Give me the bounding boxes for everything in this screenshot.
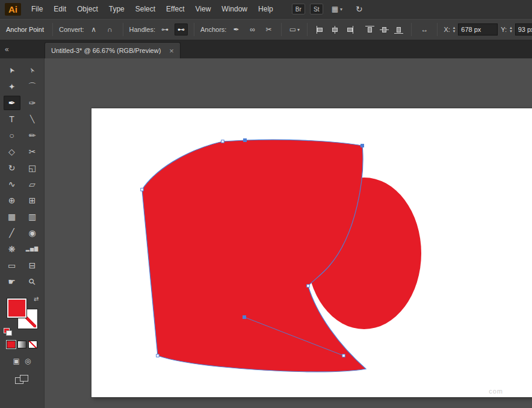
slice-tool[interactable]: ⊟ (24, 258, 41, 273)
stock-button[interactable]: St (310, 4, 323, 14)
align-horizontal-left-button[interactable] (314, 23, 327, 36)
apply-none-button[interactable] (28, 341, 37, 348)
magic-wand-tool[interactable]: ✦ (4, 79, 20, 94)
distribute-icon: ↔ (421, 25, 428, 34)
menu-item[interactable]: Help (253, 5, 279, 13)
align-vertical-top-button[interactable] (363, 23, 376, 36)
watermark: com (489, 388, 503, 395)
swap-fill-stroke-icon[interactable]: ⇄ (34, 295, 39, 302)
menu-item[interactable]: Type (104, 5, 130, 13)
menu-item[interactable]: Select (130, 5, 161, 13)
handles-label: Handles: (129, 26, 155, 33)
shaper-tool[interactable]: ◇ (4, 144, 20, 159)
separator (194, 23, 194, 36)
apply-color-button[interactable] (7, 341, 16, 348)
curvature-tool[interactable]: ✑ (24, 96, 41, 110)
transform-icon: ▭ (289, 25, 296, 34)
distribute-button[interactable]: ↔ (418, 23, 431, 36)
chevron-down-icon: ▾ (340, 7, 342, 12)
artboard[interactable]: com (91, 108, 532, 397)
convert-to-corner-button[interactable]: ∧ (87, 23, 101, 36)
ellipse-tool[interactable]: ○ (4, 128, 20, 143)
align-vertical-center-button[interactable] (377, 23, 391, 36)
selection-tool[interactable]: ➤ (4, 63, 20, 78)
zoom-tool[interactable]: ⚲ (24, 274, 41, 289)
x-stepper[interactable]: ▴ ▾ (453, 26, 456, 33)
align-horizontal-center-button[interactable] (328, 23, 341, 36)
separator (281, 23, 282, 36)
align-right-icon (345, 26, 354, 34)
transform-dropdown[interactable]: ▭ ▾ (288, 23, 301, 36)
align-bottom-icon (394, 26, 403, 34)
artboard-tool[interactable]: ▭ (4, 258, 20, 273)
align-vertical-bottom-button[interactable] (392, 23, 405, 36)
canvas-area[interactable]: com (45, 58, 532, 408)
separator (411, 23, 412, 36)
tool-grid: ➤ ➢ ✦ ⌒ ✒ ✑ T ╲ ○ ✏ (4, 63, 41, 289)
workspace-icon: ▦ (332, 5, 338, 13)
show-handles-button[interactable]: ⊷ (175, 23, 188, 36)
chevron-down-icon: ▾ (297, 27, 300, 32)
selected-artwork-path[interactable] (91, 108, 532, 397)
align-top-icon (365, 26, 374, 34)
blend-tool[interactable]: ◉ (24, 226, 41, 240)
scissors-tool[interactable]: ✂ (24, 144, 41, 159)
document-tab[interactable]: Untitled-3* @ 66.67% (RGB/Preview) × (45, 42, 181, 58)
y-label: Y: (501, 26, 507, 33)
scale-tool[interactable]: ◱ (24, 161, 41, 175)
smooth-point-icon: ∩ (107, 25, 113, 34)
y-stepper[interactable]: ▴ ▾ (510, 26, 512, 33)
menu-item[interactable]: File (26, 5, 48, 13)
align-horizontal-right-button[interactable] (342, 23, 356, 36)
draw-normal-icon[interactable]: ▣ (13, 357, 20, 365)
separator (123, 23, 123, 36)
menu-item[interactable]: Edit (48, 5, 72, 13)
close-icon[interactable]: × (169, 47, 174, 55)
stepper-down-icon: ▾ (510, 29, 512, 33)
pen-tool[interactable]: ✒ (4, 96, 20, 110)
free-transform-tool[interactable]: ▱ (24, 177, 41, 191)
lasso-tool[interactable]: ⌒ (24, 79, 41, 94)
connect-anchors-button[interactable]: ∞ (246, 23, 259, 36)
draw-behind-icon[interactable]: ◎ (25, 357, 31, 365)
gradient-tool[interactable]: ▥ (24, 209, 41, 224)
perspective-grid-tool[interactable]: ⊞ (24, 193, 41, 208)
hide-handles-button[interactable]: ⊶ (158, 23, 172, 36)
menu-item[interactable]: View (190, 5, 217, 13)
type-tool[interactable]: T (4, 112, 20, 126)
hand-tool[interactable]: ☛ (4, 274, 20, 289)
menu-bar: Ai FileEditObjectTypeSelectEffectViewWin… (0, 0, 532, 19)
menu-item[interactable]: Object (72, 5, 104, 13)
y-input[interactable] (515, 23, 532, 36)
horizontal-align-group (314, 23, 356, 36)
screen-mode-button[interactable] (15, 375, 29, 385)
remove-anchor-button[interactable]: ✒ (229, 23, 243, 36)
x-input[interactable] (458, 23, 498, 36)
mesh-tool[interactable]: ▦ (4, 209, 20, 224)
direct-selection-tool[interactable]: ➢ (24, 63, 41, 78)
corner-point-icon: ∧ (91, 25, 96, 34)
app-logo-icon: Ai (5, 3, 21, 16)
bridge-button[interactable]: Br (292, 4, 305, 14)
default-swatches-icon[interactable] (4, 328, 13, 336)
convert-to-smooth-button[interactable]: ∩ (104, 23, 117, 36)
workspace-switcher[interactable]: ▦ ▾ (332, 5, 342, 13)
fill-swatch[interactable] (7, 298, 26, 318)
illustrator-window: Ai FileEditObjectTypeSelectEffectViewWin… (0, 0, 532, 408)
line-tool[interactable]: ╲ (24, 112, 41, 126)
tab-strip: « Untitled-3* @ 66.67% (RGB/Preview) × (0, 40, 532, 58)
connect-anchors-icon: ∞ (250, 25, 255, 34)
collapse-panels-icon[interactable]: « (0, 45, 45, 54)
menu-item[interactable]: Effect (161, 5, 190, 13)
symbol-sprayer-tool[interactable]: ❋ (4, 242, 20, 256)
sync-icon[interactable]: ↻ (356, 4, 363, 14)
menu-item[interactable]: Window (216, 5, 253, 13)
apply-gradient-button[interactable] (17, 341, 26, 348)
rotate-tool[interactable]: ↻ (4, 161, 20, 175)
width-tool[interactable]: ∿ (4, 177, 20, 191)
eyedropper-tool[interactable]: ╱ (4, 226, 20, 240)
column-graph-tool[interactable]: ▂▅▇ (24, 242, 41, 256)
shape-builder-tool[interactable]: ⊕ (4, 193, 20, 208)
paintbrush-tool[interactable]: ✏ (24, 128, 41, 143)
cut-path-button[interactable]: ✂ (262, 23, 275, 36)
